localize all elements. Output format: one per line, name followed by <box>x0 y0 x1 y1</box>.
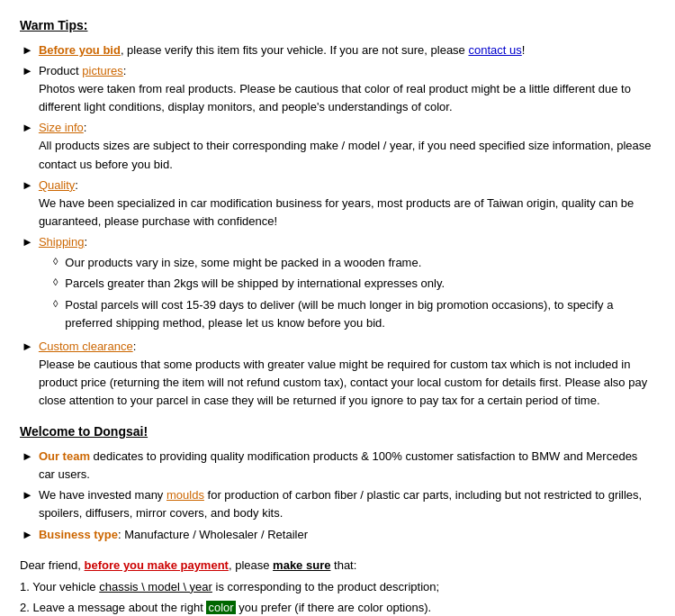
diamond-icon-2: ◊ <box>53 275 58 293</box>
arrow-icon: ► <box>22 41 33 59</box>
list-item-quality: ► Quality: We have been specialized in c… <box>22 177 655 231</box>
shipping-sub-item-1: ◊ Our products vary in size, some might … <box>39 254 655 272</box>
welcome-item-2: ► We have invested many moulds for produ… <box>22 486 655 522</box>
arrow-icon-8: ► <box>22 486 33 522</box>
custom-label: Custom clearance <box>39 340 133 353</box>
diamond-icon-1: ◊ <box>53 254 58 272</box>
contact-us-link[interactable]: contact us <box>468 43 521 57</box>
pictures-text: Product pictures: Photos were taken from… <box>39 62 655 116</box>
list-item-shipping: ► Shipping: ◊ Our products vary in size,… <box>22 233 655 335</box>
arrow-icon-2: ► <box>22 62 33 116</box>
warm-tips-section: Warm Tips: ► Before you bid, please veri… <box>20 16 655 410</box>
our-team-label: Our team <box>39 449 90 463</box>
pictures-label: pictures <box>82 64 123 77</box>
custom-text: Custom clearance: Please be cautious tha… <box>39 338 655 411</box>
welcome-text-3: Business type: Manufacture / Wholesaler … <box>39 526 655 544</box>
arrow-icon-5: ► <box>22 233 33 335</box>
dear-friend-item-1: 1. Your vehicle chassis \ model \ year i… <box>20 578 655 596</box>
welcome-section: Welcome to Dongsai! ► Our team dedicates… <box>20 422 655 543</box>
make-sure-text: make sure <box>273 558 330 572</box>
shipping-sub-item-2: ◊ Parcels greater than 2kgs will be ship… <box>39 275 655 293</box>
diamond-icon-3: ◊ <box>53 296 58 332</box>
arrow-icon-4: ► <box>22 177 33 231</box>
quality-label: Quality <box>39 178 75 192</box>
arrow-icon-3: ► <box>22 119 33 173</box>
welcome-item-3: ► Business type: Manufacture / Wholesale… <box>22 526 655 544</box>
list-item-pictures: ► Product pictures: Photos were taken fr… <box>22 62 655 116</box>
shipping-sub-item-3: ◊ Postal parcels will cost 15-39 days to… <box>39 296 655 332</box>
before-you-bid-link[interactable]: Before you bid <box>39 43 121 57</box>
arrow-icon-7: ► <box>22 448 33 484</box>
size-text: Size info: All products sizes are subjec… <box>39 119 655 173</box>
size-label: Size info <box>39 121 84 134</box>
warm-tips-list: ► Before you bid, please verify this ite… <box>20 41 655 411</box>
list-item-bid: ► Before you bid, please verify this ite… <box>22 41 655 59</box>
welcome-title: Welcome to Dongsai! <box>20 422 655 442</box>
shipping-sub-text-2: Parcels greater than 2kgs will be shippe… <box>65 275 655 293</box>
arrow-icon-9: ► <box>22 526 33 544</box>
business-type-label: Business type <box>39 528 118 541</box>
shipping-sub-list: ◊ Our products vary in size, some might … <box>39 254 655 332</box>
shipping-label: Shipping <box>39 235 85 249</box>
color-highlight: color <box>206 601 235 614</box>
list-item-custom: ► Custom clearance: Please be cautious t… <box>22 338 655 411</box>
list-item-size: ► Size info: All products sizes are subj… <box>22 119 655 173</box>
welcome-text-1: Our team dedicates to providing quality … <box>39 448 655 484</box>
dear-friend-intro: Dear friend, before you make payment, pl… <box>20 557 655 575</box>
warm-tips-title: Warm Tips: <box>20 16 655 36</box>
arrow-icon-6: ► <box>22 338 33 411</box>
welcome-list: ► Our team dedicates to providing qualit… <box>20 448 655 544</box>
quality-text: Quality: We have been specialized in car… <box>39 177 655 231</box>
shipping-text: Shipping: ◊ Our products vary in size, s… <box>39 233 655 335</box>
welcome-item-1: ► Our team dedicates to providing qualit… <box>22 448 655 484</box>
chassis-model-year-text: chassis \ model \ year <box>99 580 212 593</box>
dear-friend-section: Dear friend, before you make payment, pl… <box>20 557 655 616</box>
shipping-sub-text-1: Our products vary in size, some might be… <box>65 254 655 272</box>
shipping-sub-text-3: Postal parcels will cost 15-39 days to d… <box>65 296 655 332</box>
dear-friend-item-2: 2. Leave a message about the right color… <box>20 599 655 616</box>
bid-text: Before you bid, please verify this item … <box>39 41 655 59</box>
welcome-text-2: We have invested many moulds for product… <box>39 486 655 522</box>
before-payment-link[interactable]: before you make payment <box>85 558 229 572</box>
moulds-label: moulds <box>166 488 204 502</box>
